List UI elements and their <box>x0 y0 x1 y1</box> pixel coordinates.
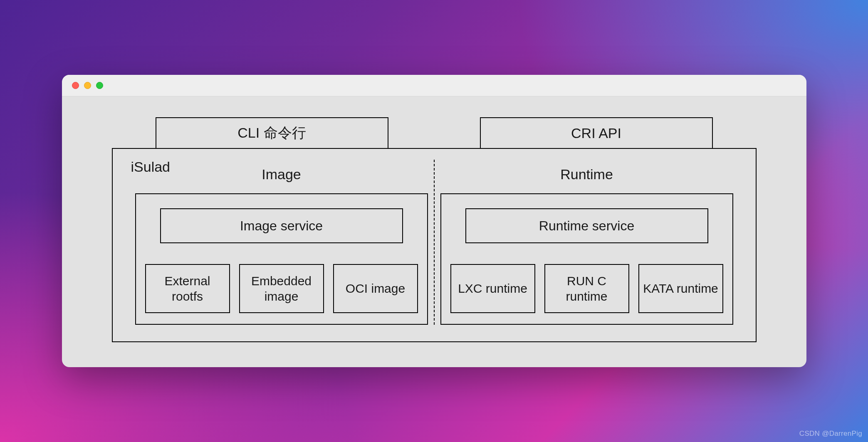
isulad-columns: Image Image service External rootfs Embe… <box>129 160 739 325</box>
runtime-impl-row: LXC runtime RUN C runtime KATA runtime <box>450 264 723 313</box>
watermark: CSDN @DarrenPig <box>799 430 862 438</box>
cli-box: CLI 命令行 <box>156 117 388 149</box>
window-close-button[interactable] <box>72 82 79 89</box>
window-minimize-button[interactable] <box>84 82 91 89</box>
isulad-box: iSulad Image Image service External root… <box>112 148 757 342</box>
image-column: Image Image service External rootfs Embe… <box>129 160 434 325</box>
embedded-image-box: Embedded image <box>239 264 324 313</box>
lxc-runtime-box: LXC runtime <box>450 264 535 313</box>
diagram-canvas: CLI 命令行 CRI API iSulad Image Image servi… <box>62 96 806 342</box>
oci-image-box: OCI image <box>333 264 418 313</box>
image-column-title: Image <box>134 166 430 183</box>
runtime-column-inner: Runtime service LXC runtime RUN C runtim… <box>440 193 733 325</box>
window-titlebar <box>62 75 806 96</box>
api-row: CLI 命令行 CRI API <box>112 117 757 149</box>
runc-runtime-box: RUN C runtime <box>544 264 629 313</box>
window-zoom-button[interactable] <box>96 82 103 89</box>
runtime-column: Runtime Runtime service LXC runtime RUN … <box>434 160 739 325</box>
image-impl-row: External rootfs Embedded image OCI image <box>145 264 418 313</box>
app-window: CLI 命令行 CRI API iSulad Image Image servi… <box>62 75 806 367</box>
external-rootfs-box: External rootfs <box>145 264 230 313</box>
runtime-column-title: Runtime <box>439 166 735 183</box>
image-service-box: Image service <box>160 208 403 243</box>
runtime-service-box: Runtime service <box>465 208 708 243</box>
image-column-inner: Image service External rootfs Embedded i… <box>135 193 428 325</box>
isulad-label: iSulad <box>131 159 171 175</box>
kata-runtime-box: KATA runtime <box>638 264 723 313</box>
cri-api-box: CRI API <box>480 117 713 149</box>
